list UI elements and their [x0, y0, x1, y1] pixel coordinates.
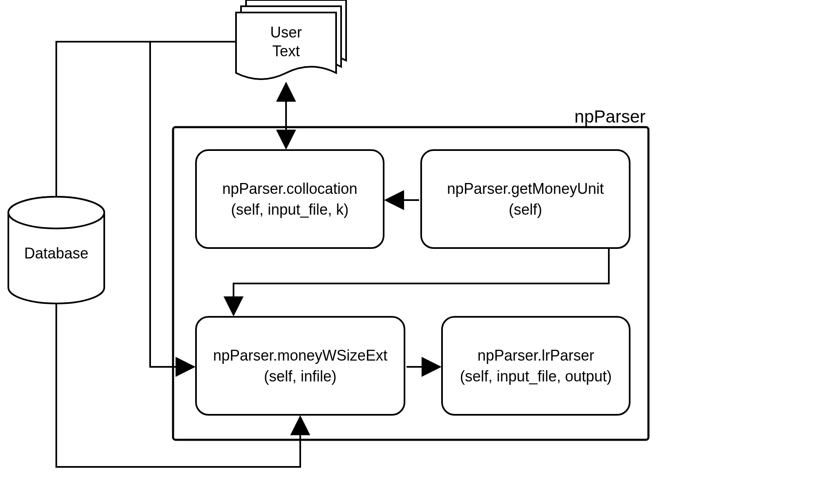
- diagram-canvas: Database User Text npParser npParser.col…: [0, 0, 834, 504]
- getmoneyunit-node: npParser.getMoneyUnit (self): [421, 150, 630, 248]
- lrparser-line2: (self, input_file, output): [460, 368, 612, 385]
- arrow-getmoneyunit-moneywsizeext: [234, 248, 609, 315]
- moneywsizeext-line1: npParser.moneyWSizeExt: [213, 347, 387, 364]
- moneywsizeext-line2: (self, infile): [264, 368, 337, 385]
- database-label: Database: [24, 245, 88, 262]
- database-node: Database: [8, 197, 104, 303]
- svg-point-1: [8, 197, 104, 228]
- user-text-line2: Text: [272, 43, 300, 60]
- svg-rect-4: [196, 317, 404, 415]
- svg-rect-3: [421, 150, 630, 248]
- getmoneyunit-line1: npParser.getMoneyUnit: [447, 180, 604, 197]
- user-text-node: User Text: [236, 0, 346, 79]
- moneywsizeext-node: npParser.moneyWSizeExt (self, infile): [196, 317, 404, 415]
- collocation-node: npParser.collocation (self, input_file, …: [196, 150, 384, 248]
- user-text-line1: User: [270, 24, 302, 41]
- svg-rect-2: [196, 150, 384, 248]
- svg-rect-5: [442, 317, 630, 415]
- lrparser-line1: npParser.lrParser: [477, 347, 594, 364]
- collocation-line2: (self, input_file, k): [231, 201, 349, 218]
- lrparser-node: npParser.lrParser (self, input_file, out…: [442, 317, 630, 415]
- npparser-title: npParser: [575, 107, 646, 126]
- getmoneyunit-line2: (self): [509, 201, 542, 218]
- collocation-line1: npParser.collocation: [222, 180, 357, 197]
